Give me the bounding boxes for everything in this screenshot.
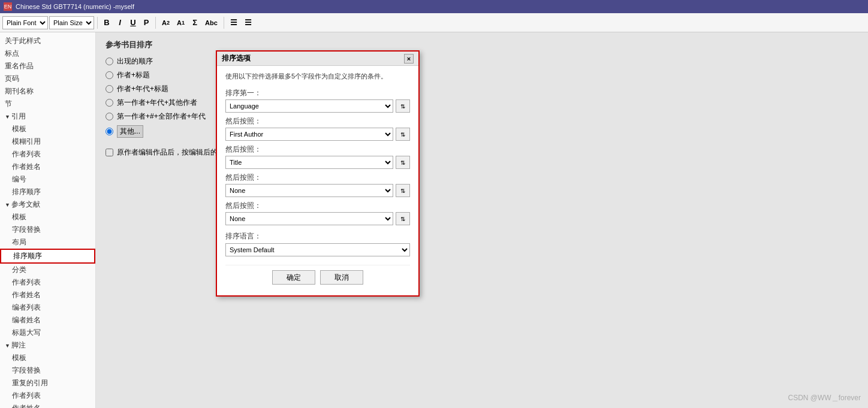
sidebar-item-section[interactable]: 节 bbox=[0, 98, 95, 110]
app-icon: EN bbox=[4, 2, 12, 11]
sidebar-item-ref-sort[interactable]: 排序顺序 bbox=[0, 249, 95, 264]
sidebar-item-punctuation[interactable]: 标点 bbox=[0, 47, 95, 60]
sidebar-item-ref-author-list[interactable]: 作者列表 bbox=[0, 276, 95, 289]
align-left-button[interactable]: ☰ bbox=[227, 16, 240, 29]
then-by-1-select-row: First Author ⇅ bbox=[225, 128, 410, 141]
sigma-button[interactable]: Σ bbox=[189, 16, 201, 29]
ok-button[interactable]: 确定 bbox=[272, 270, 315, 285]
sidebar-group-reference[interactable]: 参考文献 bbox=[0, 198, 95, 211]
then-by-1-select[interactable]: First Author bbox=[225, 128, 393, 141]
then-by-4-dir-btn[interactable]: ⇅ bbox=[396, 212, 410, 225]
sidebar-item-ref-editor-name[interactable]: 编者姓名 bbox=[0, 314, 95, 327]
then-by-1-label: 然后按照： bbox=[225, 116, 410, 126]
then-by-2-select[interactable]: Title bbox=[225, 156, 393, 169]
then-by-3-select[interactable]: None bbox=[225, 184, 393, 197]
dialog-close-button[interactable]: × bbox=[404, 54, 414, 64]
then-by-4-label: 然后按照： bbox=[225, 201, 410, 211]
sort-dialog: 排序选项 × 使用以下控件选择最多5个字段作为自定义排序的条件。 排序第一： L… bbox=[216, 50, 420, 297]
size-dropdown[interactable]: Plain Size bbox=[49, 16, 94, 29]
sidebar-item-rename[interactable]: 重名作品 bbox=[0, 60, 95, 72]
subscript-button[interactable]: A1 bbox=[174, 16, 188, 29]
sidebar-item-page[interactable]: 页码 bbox=[0, 72, 95, 85]
bold-button[interactable]: B bbox=[101, 16, 113, 29]
sidebar-item-fn-template[interactable]: 模板 bbox=[0, 352, 95, 364]
p-button[interactable]: P bbox=[140, 16, 152, 29]
then-by-1-row: 然后按照： First Author ⇅ bbox=[225, 116, 410, 141]
then-by-3-dir-btn[interactable]: ⇅ bbox=[396, 184, 410, 197]
then-by-2-dir-btn[interactable]: ⇅ bbox=[396, 156, 410, 169]
align-right-button[interactable]: ☰ bbox=[242, 16, 255, 29]
title-bar: EN Chinese Std GBT7714 (numeric) -myself bbox=[0, 0, 868, 13]
title-bar-text: Chinese Std GBT7714 (numeric) -myself bbox=[16, 3, 134, 10]
sort-first-select-row: Language ⇅ bbox=[225, 99, 410, 113]
watermark: CSDN @WW＿forever bbox=[788, 393, 861, 403]
sidebar-item-cite-sort[interactable]: 排序顺序 bbox=[0, 186, 95, 198]
sidebar-item-fuzzy-cite[interactable]: 模糊引用 bbox=[0, 135, 95, 148]
dialog-body: 使用以下控件选择最多5个字段作为自定义排序的条件。 排序第一： Language… bbox=[217, 66, 418, 295]
dialog-title: 排序选项 bbox=[222, 53, 251, 64]
sort-language-section: 排序语言： System Default bbox=[225, 231, 410, 256]
sidebar-item-about[interactable]: 关于此样式 bbox=[0, 35, 95, 47]
sidebar-item-ref-author-name[interactable]: 作者姓名 bbox=[0, 289, 95, 301]
then-by-1-dir-btn[interactable]: ⇅ bbox=[396, 128, 410, 141]
sort-first-select[interactable]: Language bbox=[225, 99, 393, 113]
dialog-buttons: 确定 取消 bbox=[225, 265, 410, 289]
sidebar-item-cite-author-name[interactable]: 作者姓名 bbox=[0, 161, 95, 173]
main-area: 关于此样式 标点 重名作品 页码 期刊名称 节 引用 模板 模糊引用 作者列表 … bbox=[0, 32, 868, 408]
sort-first-dir-btn[interactable]: ⇅ bbox=[396, 99, 410, 113]
sidebar-item-journal[interactable]: 期刊名称 bbox=[0, 85, 95, 98]
sort-language-label: 排序语言： bbox=[225, 231, 410, 241]
sidebar-item-cite-template[interactable]: 模板 bbox=[0, 123, 95, 135]
sidebar-item-cite-number[interactable]: 编号 bbox=[0, 173, 95, 186]
sidebar-item-ref-editor-list[interactable]: 编者列表 bbox=[0, 301, 95, 314]
then-by-2-row: 然后按照： Title ⇅ bbox=[225, 144, 410, 169]
then-by-2-label: 然后按照： bbox=[225, 144, 410, 155]
sidebar-group-footnote[interactable]: 脚注 bbox=[0, 339, 95, 352]
underline-button[interactable]: U bbox=[127, 16, 139, 29]
sidebar-item-ref-title-cap[interactable]: 标题大写 bbox=[0, 327, 95, 339]
dialog-description: 使用以下控件选择最多5个字段作为自定义排序的条件。 bbox=[225, 72, 410, 81]
italic-button[interactable]: I bbox=[114, 16, 126, 29]
then-by-4-select-row: None ⇅ bbox=[225, 212, 410, 225]
content-panel: 参考书目排序 出现的顺序 作者+标题 作者+年代+标题 第一作者+年代+其他作者… bbox=[96, 32, 868, 408]
sort-language-select[interactable]: System Default bbox=[225, 243, 410, 256]
sidebar-item-fn-author-name[interactable]: 作者姓名 bbox=[0, 402, 95, 408]
dialog-titlebar: 排序选项 × bbox=[217, 52, 418, 66]
then-by-3-row: 然后按照： None ⇅ bbox=[225, 173, 410, 197]
font-dropdown[interactable]: Plain Font bbox=[2, 16, 48, 29]
toolbar-sep-1 bbox=[97, 17, 98, 29]
then-by-3-select-row: None ⇅ bbox=[225, 184, 410, 197]
abc-button[interactable]: Abc bbox=[202, 16, 221, 29]
sidebar-item-fn-author-list[interactable]: 作者列表 bbox=[0, 389, 95, 402]
cancel-button[interactable]: 取消 bbox=[320, 270, 363, 285]
sidebar: 关于此样式 标点 重名作品 页码 期刊名称 节 引用 模板 模糊引用 作者列表 … bbox=[0, 32, 96, 408]
sort-first-label: 排序第一： bbox=[225, 88, 410, 98]
sidebar-item-ref-category[interactable]: 分类 bbox=[0, 264, 95, 276]
then-by-4-row: 然后按照： None ⇅ bbox=[225, 201, 410, 225]
sidebar-item-fn-field[interactable]: 字段替换 bbox=[0, 364, 95, 377]
toolbar-sep-3 bbox=[224, 17, 224, 29]
superscript-button[interactable]: A2 bbox=[159, 16, 173, 29]
dialog-overlay: 排序选项 × 使用以下控件选择最多5个字段作为自定义排序的条件。 排序第一： L… bbox=[96, 32, 868, 408]
sidebar-group-citation[interactable]: 引用 bbox=[0, 110, 95, 123]
sidebar-item-ref-field[interactable]: 字段替换 bbox=[0, 223, 95, 236]
sidebar-item-ref-layout[interactable]: 布局 bbox=[0, 236, 95, 249]
sidebar-item-cite-author-list[interactable]: 作者列表 bbox=[0, 148, 95, 161]
toolbar: Plain Font Plain Size B I U P A2 A1 Σ Ab… bbox=[0, 13, 868, 32]
sidebar-item-fn-repeat[interactable]: 重复的引用 bbox=[0, 377, 95, 389]
sort-first-row: 排序第一： Language ⇅ bbox=[225, 88, 410, 113]
then-by-3-label: 然后按照： bbox=[225, 173, 410, 183]
sidebar-item-ref-template[interactable]: 模板 bbox=[0, 211, 95, 223]
then-by-2-select-row: Title ⇅ bbox=[225, 156, 410, 169]
toolbar-sep-2 bbox=[155, 17, 156, 29]
then-by-4-select[interactable]: None bbox=[225, 212, 393, 225]
